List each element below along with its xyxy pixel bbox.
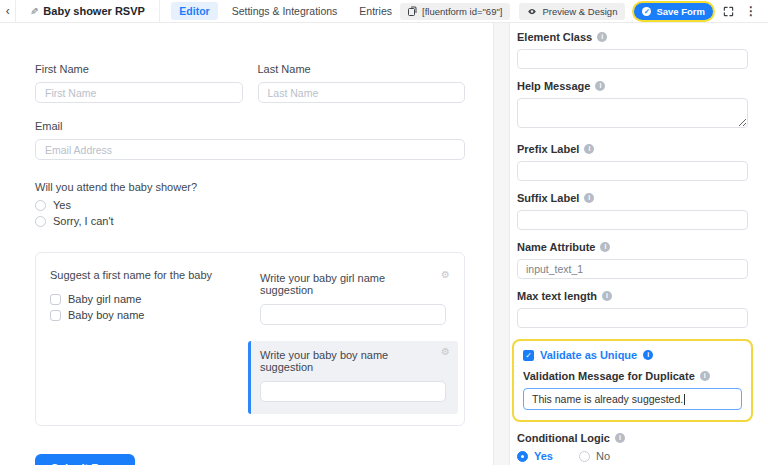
validation-message-value: This name is already suggested.: [532, 393, 683, 405]
last-name-input[interactable]: [258, 82, 466, 103]
prefix-label-group: Prefix Label i: [517, 143, 748, 181]
attend-option-no-label: Sorry, I can't: [53, 215, 114, 227]
conditional-logic-yes-label: Yes: [534, 450, 553, 462]
info-icon[interactable]: i: [615, 433, 625, 443]
suggest-option-boy[interactable]: Baby boy name: [50, 309, 248, 321]
suffix-label-input[interactable]: [517, 210, 748, 230]
main-area: First Name Last Name Email Will you atte…: [0, 23, 768, 465]
check-circle-icon: ✓: [642, 7, 651, 16]
info-icon[interactable]: i: [584, 144, 594, 154]
attend-option-yes[interactable]: Yes: [35, 199, 465, 211]
fullscreen-icon: [723, 6, 734, 17]
prefix-label-input[interactable]: [517, 161, 748, 181]
copy-icon: [408, 6, 417, 16]
boy-suggestion-input[interactable]: [260, 381, 446, 402]
max-text-length-label: Max text length: [517, 290, 597, 302]
element-class-input[interactable]: [517, 49, 748, 69]
suggestion-inputs-column: ⚙ Write your baby girl name suggestion ⚙…: [248, 264, 458, 414]
gear-icon[interactable]: ⚙: [441, 269, 450, 280]
name-attribute-label: Name Attribute: [517, 241, 595, 253]
first-name-field[interactable]: First Name: [35, 63, 243, 103]
email-input[interactable]: [35, 139, 465, 160]
info-icon[interactable]: i: [597, 32, 607, 42]
info-icon[interactable]: i: [700, 371, 710, 381]
more-options-button[interactable]: ⋮: [744, 4, 758, 18]
girl-suggestion-label: Write your baby girl name suggestion: [260, 272, 446, 296]
conditional-logic-options: Yes No: [517, 450, 748, 462]
radio-checked-icon[interactable]: [517, 451, 528, 462]
fullscreen-button[interactable]: [722, 6, 735, 17]
suggest-option-boy-label: Baby boy name: [68, 309, 144, 321]
prefix-label-label: Prefix Label: [517, 143, 579, 155]
radio-icon[interactable]: [35, 216, 46, 227]
suffix-label-label: Suffix Label: [517, 192, 579, 204]
eye-icon: [527, 7, 537, 16]
tab-entries[interactable]: Entries: [351, 2, 400, 20]
panel-divider-gutter: [493, 23, 510, 465]
attend-option-yes-label: Yes: [53, 199, 71, 211]
conditional-logic-no-label: No: [596, 450, 610, 462]
element-class-label: Element Class: [517, 31, 592, 43]
validation-message-label: Validation Message for Duplicate: [523, 370, 695, 382]
name-attribute-input[interactable]: [517, 259, 748, 279]
preview-design-label: Preview & Design: [542, 6, 617, 17]
validation-message-input[interactable]: This name is already suggested.: [523, 388, 742, 410]
element-class-group: Element Class i: [517, 31, 748, 69]
fluentform-editor-app: ‹ ✎ Baby shower RSVP Editor Settings & I…: [0, 0, 768, 465]
topbar-actions: [fluentform id="69"] Preview & Design ✓ …: [400, 3, 758, 20]
validate-unique-label: Validate as Unique: [540, 349, 637, 361]
back-button[interactable]: ‹: [0, 0, 15, 23]
info-icon[interactable]: i: [595, 81, 605, 91]
max-text-length-input[interactable]: [517, 308, 748, 328]
conditional-logic-no[interactable]: No: [579, 450, 610, 462]
suggest-option-girl-label: Baby girl name: [68, 293, 141, 305]
last-name-label: Last Name: [258, 63, 466, 75]
conditional-logic-yes[interactable]: Yes: [517, 450, 553, 462]
validate-unique-highlight-box: ✓ Validate as Unique i Validation Messag…: [512, 339, 753, 422]
girl-suggestion-input[interactable]: [260, 304, 446, 325]
save-form-button[interactable]: ✓ Save Form: [634, 3, 713, 20]
checkbox-icon[interactable]: [50, 310, 61, 321]
settings-sidebar: Element Class i Help Message i Prefix La…: [510, 23, 768, 465]
validate-unique-row[interactable]: ✓ Validate as Unique i: [523, 349, 742, 361]
checkbox-icon[interactable]: [50, 294, 61, 305]
conditional-logic-group: Conditional Logic i Yes No: [517, 432, 748, 462]
kebab-menu-icon: ⋮: [745, 4, 757, 18]
email-field[interactable]: Email: [35, 120, 465, 160]
boy-suggestion-label: Write your baby boy name suggestion: [260, 349, 446, 373]
help-message-group: Help Message i: [517, 80, 748, 132]
form-canvas: First Name Last Name Email Will you atte…: [0, 23, 493, 465]
info-icon[interactable]: i: [643, 350, 653, 360]
submit-form-button[interactable]: Submit Form: [35, 454, 135, 465]
help-message-textarea[interactable]: [517, 98, 748, 128]
pencil-icon: ✎: [30, 6, 38, 17]
suggest-checkbox-field[interactable]: Suggest a first name for the baby Baby g…: [50, 264, 248, 414]
save-form-label: Save Form: [656, 6, 705, 17]
suggest-label: Suggest a first name for the baby: [50, 269, 248, 281]
info-icon[interactable]: i: [584, 193, 594, 203]
name-attribute-group: Name Attribute i: [517, 241, 748, 279]
tab-editor[interactable]: Editor: [171, 2, 217, 20]
help-message-label: Help Message: [517, 80, 590, 92]
preview-design-button[interactable]: Preview & Design: [519, 3, 625, 20]
form-title-wrap[interactable]: ✎ Baby shower RSVP: [16, 0, 159, 23]
topbar: ‹ ✎ Baby shower RSVP Editor Settings & I…: [0, 0, 768, 23]
email-label: Email: [35, 120, 465, 132]
tab-settings-integrations[interactable]: Settings & Integrations: [224, 2, 346, 20]
attend-option-no[interactable]: Sorry, I can't: [35, 215, 465, 227]
gear-icon[interactable]: ⚙: [441, 346, 450, 357]
radio-icon[interactable]: [35, 200, 46, 211]
checked-checkbox-icon[interactable]: ✓: [523, 350, 534, 361]
editor-tabs: Editor Settings & Integrations Entries: [159, 2, 400, 20]
info-icon[interactable]: i: [602, 291, 612, 301]
suggest-option-girl[interactable]: Baby girl name: [50, 293, 248, 305]
shortcode-copy-button[interactable]: [fluentform id="69"]: [400, 3, 510, 20]
girl-suggestion-element[interactable]: ⚙ Write your baby girl name suggestion: [248, 264, 458, 337]
info-icon[interactable]: i: [600, 242, 610, 252]
name-suggestion-container: Suggest a first name for the baby Baby g…: [35, 252, 465, 426]
first-name-input[interactable]: [35, 82, 243, 103]
first-name-label: First Name: [35, 63, 243, 75]
boy-suggestion-element-selected[interactable]: ⚙ Write your baby boy name suggestion: [248, 341, 458, 414]
last-name-field[interactable]: Last Name: [258, 63, 466, 103]
radio-icon[interactable]: [579, 451, 590, 462]
